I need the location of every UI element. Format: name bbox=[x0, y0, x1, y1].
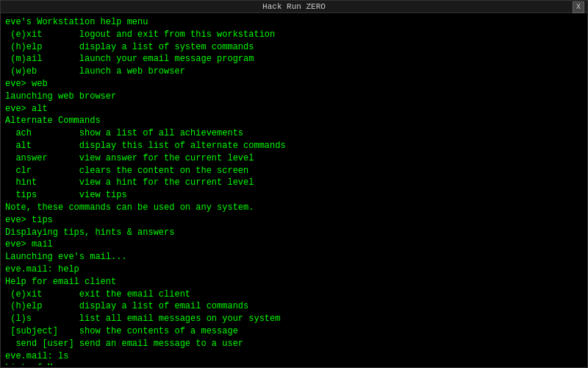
terminal-line: eve> alt bbox=[5, 103, 583, 116]
close-button[interactable]: X bbox=[573, 1, 584, 13]
terminal-line: Launching eve's mail... bbox=[5, 251, 583, 263]
window-title: Hack Run ZERO bbox=[262, 2, 326, 11]
terminal-line: eve.mail: help bbox=[5, 263, 583, 276]
terminal-line: hint view a hint for the current level bbox=[5, 177, 583, 189]
terminal-line: eve.mail: ls bbox=[5, 350, 583, 363]
terminal-line: Note, these commands can be used on any … bbox=[5, 202, 583, 214]
terminal-line: Alternate Commands bbox=[5, 115, 583, 127]
terminal-line: (h)elp display a list of email commands bbox=[5, 300, 583, 313]
terminal-line: (l)s list all email messages on your sys… bbox=[5, 313, 583, 325]
terminal-line: List of Messages: bbox=[5, 362, 583, 365]
terminal-line: alt display this list of alternate comma… bbox=[5, 140, 583, 152]
terminal-line: tips view tips bbox=[5, 189, 583, 202]
terminal-line: send [user] send an email message to a u… bbox=[5, 338, 583, 350]
terminal-line: (w)eb launch a web browser bbox=[5, 66, 583, 78]
terminal-line: (h)elp display a list of system commands bbox=[5, 41, 583, 54]
terminal-line: Displaying tips, hints & answers bbox=[5, 227, 583, 239]
terminal-line: eve> tips bbox=[5, 214, 583, 227]
terminal-line: answer view answer for the current level bbox=[5, 152, 583, 165]
title-bar: Hack Run ZERO X bbox=[1, 1, 587, 13]
terminal-line: launching web browser bbox=[5, 91, 583, 103]
terminal-line: eve's Workstation help menu bbox=[5, 16, 583, 29]
terminal-line: (e)xit exit the email client bbox=[5, 289, 583, 301]
terminal-line: clr clears the content on the screen bbox=[5, 165, 583, 177]
terminal-line: (m)ail launch your email message program bbox=[5, 53, 583, 66]
terminal-line: Help for email client bbox=[5, 276, 583, 289]
terminal-window: Hack Run ZERO X eve's Workstation help m… bbox=[0, 0, 588, 368]
terminal-line: [subject] show the contents of a message bbox=[5, 325, 583, 338]
terminal-line: eve> web bbox=[5, 78, 583, 91]
terminal-line: ach show a list of all achievements bbox=[5, 127, 583, 140]
terminal-line: (e)xit logout and exit from this worksta… bbox=[5, 29, 583, 41]
terminal-line: eve> mail bbox=[5, 238, 583, 251]
terminal-content[interactable]: eve's Workstation help menu (e)xit logou… bbox=[1, 13, 587, 365]
